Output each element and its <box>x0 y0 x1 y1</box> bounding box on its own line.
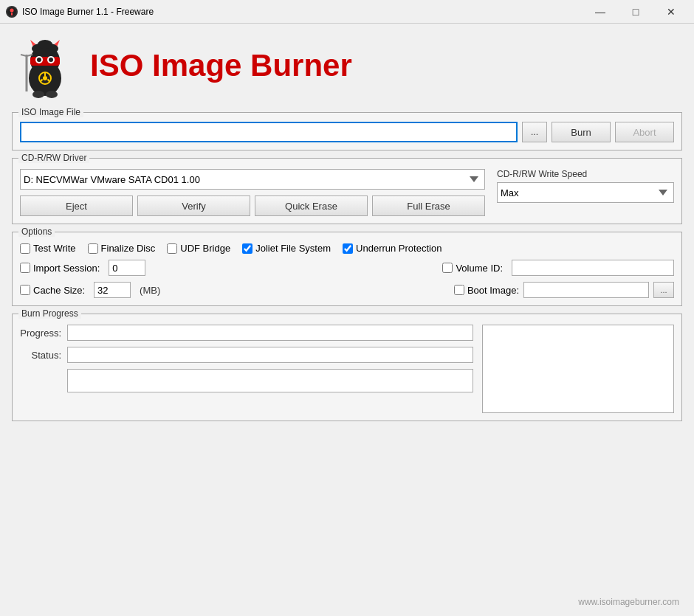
udf-bridge-label: UDF Bridge <box>180 243 230 254</box>
titlebar: ISO Image Burner 1.1 - Freeware — □ ✕ <box>0 0 694 24</box>
joliet-label: Joliet File System <box>255 243 331 254</box>
quick-erase-button[interactable]: Quick Erase <box>255 195 368 216</box>
burn-section-label: Burn Progress <box>18 308 81 319</box>
mascot <box>12 32 78 99</box>
options-row2: Import Session: Volume ID: <box>20 260 674 276</box>
boot-image-row: Boot Image: ... <box>454 282 674 298</box>
svg-point-15 <box>43 76 47 80</box>
options-row1: Test Write Finalize Disc UDF Bridge Joli… <box>20 243 674 254</box>
browse-button[interactable]: ... <box>522 122 547 142</box>
options-section-label: Options <box>18 226 55 237</box>
write-speed-select[interactable]: Max <box>497 182 674 203</box>
iso-section: ISO Image File ... Burn Abort <box>12 112 682 150</box>
abort-button[interactable]: Abort <box>615 122 674 142</box>
burn-left: Progress: Status: <box>20 325 473 413</box>
boot-image-input[interactable] <box>523 282 649 298</box>
burn-button[interactable]: Burn <box>552 122 611 142</box>
volume-id-input[interactable] <box>512 260 674 276</box>
verify-button[interactable]: Verify <box>137 195 250 216</box>
maximize-button[interactable]: □ <box>619 1 653 23</box>
finalize-disc-checkbox[interactable] <box>88 243 98 254</box>
burn-section-content: Progress: Status: <box>20 325 674 413</box>
cache-size-option[interactable]: Cache Size: <box>20 285 85 296</box>
boot-image-label: Boot Image: <box>467 285 519 296</box>
mb-label: (MB) <box>140 285 160 296</box>
underrun-checkbox[interactable] <box>343 243 353 254</box>
udf-bridge-checkbox[interactable] <box>167 243 177 254</box>
svg-point-13 <box>38 40 52 49</box>
titlebar-controls: — □ ✕ <box>583 1 688 23</box>
log-row <box>20 369 473 392</box>
svg-rect-2 <box>11 13 13 15</box>
joliet-option[interactable]: Joliet File System <box>242 243 331 254</box>
minimize-button[interactable]: — <box>583 1 617 23</box>
header: ISO Image Burner <box>12 32 682 105</box>
write-speed-label: CD-R/RW Write Speed <box>497 169 674 179</box>
boot-image-checkbox[interactable] <box>454 285 464 295</box>
underrun-option[interactable]: Underrun Protection <box>343 243 442 254</box>
svg-point-9 <box>49 58 53 62</box>
options-section: Options Test Write Finalize Disc UDF Bri… <box>12 232 682 306</box>
volume-id-checkbox[interactable] <box>442 263 453 273</box>
driver-buttons: Eject Verify Quick Erase Full Erase <box>20 195 485 216</box>
iso-row: ... Burn Abort <box>20 122 674 142</box>
test-write-label: Test Write <box>33 243 76 254</box>
iso-section-label: ISO Image File <box>18 107 83 117</box>
status-label: Status: <box>20 350 61 361</box>
volume-id-label: Volume ID: <box>456 263 503 274</box>
import-session-input[interactable] <box>109 260 145 276</box>
driver-right: CD-R/RW Write Speed Max <box>497 169 674 203</box>
footer: www.isoimageburner.com <box>12 597 682 607</box>
driver-section-label: CD-R/RW Driver <box>18 153 89 163</box>
footer-url: www.isoimageburner.com <box>578 597 679 607</box>
progress-label: Progress: <box>20 328 61 339</box>
progress-row: Progress: <box>20 325 473 341</box>
burn-log-area <box>482 325 674 413</box>
joliet-checkbox[interactable] <box>242 243 252 254</box>
cache-size-input[interactable] <box>94 282 131 298</box>
status-row: Status: <box>20 347 473 363</box>
full-erase-button[interactable]: Full Erase <box>372 195 485 216</box>
eject-button[interactable]: Eject <box>20 195 133 216</box>
main-window: ISO Image Burner ISO Image File ... Burn… <box>0 24 694 616</box>
driver-section: CD-R/RW Driver D: NECVMWar VMware SATA C… <box>12 158 682 224</box>
iso-file-input[interactable] <box>20 122 518 142</box>
test-write-checkbox[interactable] <box>20 243 30 254</box>
svg-point-8 <box>37 58 41 62</box>
app-icon <box>6 6 18 18</box>
cache-size-checkbox[interactable] <box>20 285 30 295</box>
svg-point-23 <box>46 91 58 98</box>
underrun-label: Underrun Protection <box>356 243 442 254</box>
driver-left: D: NECVMWar VMware SATA CD01 1.00 Eject … <box>20 169 485 216</box>
app-title: ISO Image Burner <box>90 48 352 83</box>
close-button[interactable]: ✕ <box>654 1 688 23</box>
driver-row: D: NECVMWar VMware SATA CD01 1.00 Eject … <box>20 169 674 216</box>
window-title: ISO Image Burner 1.1 - Freeware <box>22 7 583 17</box>
log-area <box>67 369 473 392</box>
status-display <box>67 347 473 363</box>
burn-progress-section: Burn Progress Progress: Status: <box>12 314 682 421</box>
import-session-label: Import Session: <box>33 263 100 274</box>
boot-image-option[interactable]: Boot Image: <box>454 285 519 296</box>
volume-id-option[interactable]: Volume ID: <box>442 263 503 274</box>
options-row3: Cache Size: (MB) Boot Image: ... <box>20 282 674 298</box>
udf-bridge-option[interactable]: UDF Bridge <box>167 243 230 254</box>
import-session-checkbox[interactable] <box>20 263 30 273</box>
boot-browse-button[interactable]: ... <box>653 282 674 298</box>
driver-select[interactable]: D: NECVMWar VMware SATA CD01 1.00 <box>20 169 485 190</box>
svg-point-22 <box>32 91 44 98</box>
svg-point-1 <box>10 8 14 12</box>
progress-bar <box>67 325 473 341</box>
cache-size-label: Cache Size: <box>33 285 85 296</box>
import-session-option[interactable]: Import Session: <box>20 263 100 274</box>
test-write-option[interactable]: Test Write <box>20 243 76 254</box>
svg-rect-5 <box>30 57 60 66</box>
finalize-disc-option[interactable]: Finalize Disc <box>88 243 156 254</box>
finalize-disc-label: Finalize Disc <box>101 243 156 254</box>
